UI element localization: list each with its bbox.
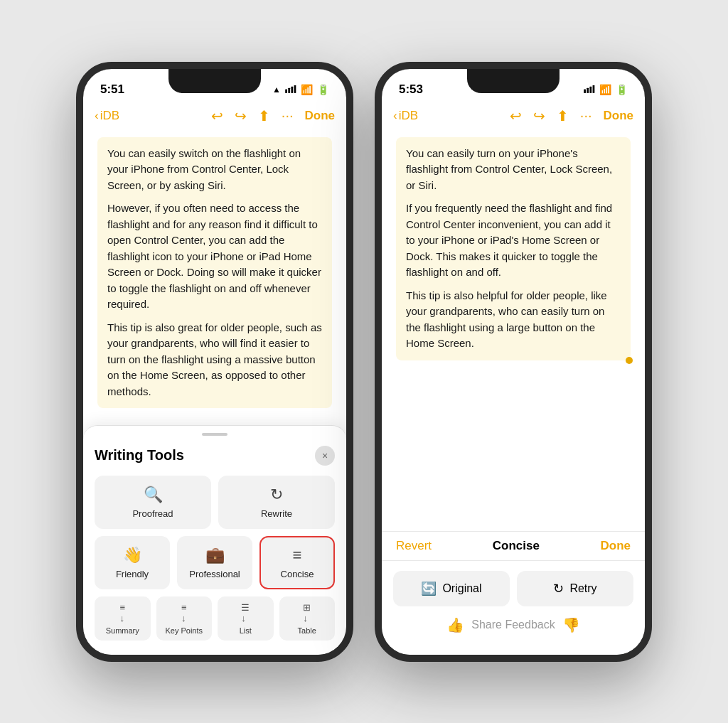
retry-button[interactable]: ↻ Retry	[517, 571, 633, 606]
close-icon: ×	[322, 450, 328, 461]
back-button-2[interactable]: ‹ iDB	[393, 109, 418, 123]
friendly-button[interactable]: 👋 Friendly	[95, 536, 170, 589]
paragraph-1-2: However, if you often need to access the…	[107, 200, 322, 313]
undo-icon[interactable]: ↩	[211, 107, 223, 124]
text-block-2: You can easily turn on your iPhone's fla…	[396, 137, 631, 360]
signal-icon-2	[584, 85, 595, 93]
back-button-1[interactable]: ‹ iDB	[95, 109, 119, 123]
original-button[interactable]: 🔄 Original	[393, 571, 510, 606]
paragraph-2-1: You can easily turn on your iPhone's fla…	[406, 146, 621, 194]
revert-bar: Revert Concise Done	[382, 531, 645, 560]
svg-rect-5	[587, 88, 589, 93]
professional-button[interactable]: 💼 Professional	[177, 536, 252, 589]
concise-icon: ≡	[293, 546, 302, 564]
more-icon-2[interactable]: ···	[580, 107, 592, 124]
original-label: Original	[442, 582, 481, 595]
redo-icon-2[interactable]: ↪	[533, 107, 545, 124]
table-label: Table	[298, 626, 316, 635]
text-block-1: You can easily switch on the flashlight …	[97, 137, 332, 409]
concise-label: Concise	[281, 569, 314, 579]
list-icon: ☰↓	[241, 602, 250, 623]
proofread-label: Proofread	[132, 508, 173, 519]
writing-tools-top-grid: 🔍 Proofread ↻ Rewrite	[95, 476, 335, 529]
friendly-label: Friendly	[116, 569, 149, 579]
table-icon: ⊞↓	[303, 602, 311, 623]
writing-tools-title: Writing Tools	[95, 447, 184, 464]
paragraph-2-2: If you frequently need the flashlight an…	[406, 200, 621, 281]
revert-done-button[interactable]: Done	[601, 539, 631, 553]
close-button[interactable]: ×	[315, 446, 335, 466]
summary-icon: ≡↓	[119, 602, 125, 623]
bottom-action-buttons: 🔄 Original ↻ Retry	[393, 571, 633, 606]
location-icon: ▲	[272, 85, 281, 95]
list-button[interactable]: ☰↓ List	[218, 596, 274, 641]
text-cursor-2	[626, 357, 633, 364]
summary-button[interactable]: ≡↓ Summary	[95, 596, 151, 641]
content-area-1: You can easily switch on the flashlight …	[83, 130, 346, 425]
rewrite-button[interactable]: ↻ Rewrite	[218, 476, 335, 529]
svg-rect-7	[593, 85, 595, 93]
writing-tools-mid-grid: 👋 Friendly 💼 Professional ≡ Concise	[95, 536, 335, 589]
undo-icon-2[interactable]: ↩	[510, 107, 522, 124]
share-icon[interactable]: ⬆	[258, 107, 270, 124]
bottom-panel: 🔄 Original ↻ Retry 👍 Share Feedback 👎	[382, 560, 645, 655]
table-button[interactable]: ⊞↓ Table	[279, 596, 336, 641]
professional-label: Professional	[189, 569, 240, 579]
revert-title: Concise	[493, 539, 540, 553]
status-icons-1: ▲ 📶 🔋	[272, 84, 329, 95]
proofread-icon: 🔍	[144, 486, 163, 504]
list-label: List	[240, 626, 252, 635]
status-bar-2: 5:53 📶 🔋	[382, 69, 645, 105]
back-label-2: iDB	[399, 109, 418, 123]
writing-tools-header: Writing Tools ×	[95, 446, 335, 466]
svg-rect-2	[291, 87, 293, 93]
signal-icon	[285, 85, 296, 93]
drag-handle[interactable]	[202, 433, 228, 436]
revert-button[interactable]: Revert	[396, 539, 432, 553]
concise-button[interactable]: ≡ Concise	[259, 536, 335, 589]
phone-2: 5:53 📶 🔋 ‹ iDB	[375, 62, 652, 662]
key-points-label: Key Points	[165, 626, 203, 635]
key-points-icon: ≡↓	[181, 602, 187, 623]
original-icon: 🔄	[421, 581, 437, 596]
status-time-1: 5:51	[100, 82, 124, 97]
svg-rect-6	[589, 87, 592, 93]
proofread-button[interactable]: 🔍 Proofread	[95, 476, 211, 529]
chevron-left-icon-2: ‹	[393, 109, 397, 123]
status-icons-2: 📶 🔋	[584, 84, 628, 95]
done-button-2[interactable]: Done	[604, 109, 634, 123]
redo-icon[interactable]: ↪	[235, 107, 247, 124]
paragraph-1-1: You can easily switch on the flashlight …	[107, 146, 322, 194]
paragraph-1-3: This tip is also great for older people,…	[107, 320, 322, 400]
rewrite-label: Rewrite	[261, 508, 292, 519]
key-points-button[interactable]: ≡↓ Key Points	[156, 596, 213, 641]
wifi-icon: 📶	[301, 84, 313, 95]
paragraph-2-3: This tip is also helpful for older peopl…	[406, 288, 621, 352]
svg-rect-0	[285, 90, 287, 94]
thumbs-down-icon[interactable]: 👎	[562, 616, 580, 633]
toolbar-1: ‹ iDB ↩ ↪ ⬆ ··· Done	[83, 105, 346, 130]
svg-rect-4	[584, 90, 586, 94]
svg-rect-1	[288, 88, 290, 93]
retry-icon: ↻	[553, 581, 564, 596]
scene: 5:51 ▲ 📶 🔋 ‹ iDB	[76, 62, 652, 662]
share-feedback-row: 👍 Share Feedback 👎	[393, 616, 633, 633]
rewrite-icon: ↻	[270, 486, 283, 504]
friendly-icon: 👋	[123, 546, 142, 564]
status-bar-1: 5:51 ▲ 📶 🔋	[83, 69, 346, 105]
writing-tools-panel: Writing Tools × 🔍 Proofread ↻ Rewrite	[83, 425, 346, 655]
done-button-1[interactable]: Done	[305, 109, 336, 123]
more-icon[interactable]: ···	[282, 107, 294, 124]
thumbs-up-icon[interactable]: 👍	[446, 616, 464, 633]
battery-icon-2: 🔋	[616, 84, 628, 95]
professional-icon: 💼	[205, 546, 225, 564]
status-time-2: 5:53	[399, 82, 423, 97]
battery-icon: 🔋	[317, 84, 329, 95]
writing-tools-bot-grid: ≡↓ Summary ≡↓ Key Points ☰↓ List ⊞↓ Tabl…	[95, 596, 335, 641]
back-label-1: iDB	[100, 109, 119, 123]
share-feedback-label[interactable]: Share Feedback	[471, 618, 555, 631]
summary-label: Summary	[106, 626, 139, 635]
wifi-icon-2: 📶	[599, 84, 611, 95]
phone-1: 5:51 ▲ 📶 🔋 ‹ iDB	[76, 62, 353, 662]
share-icon-2[interactable]: ⬆	[557, 107, 569, 124]
